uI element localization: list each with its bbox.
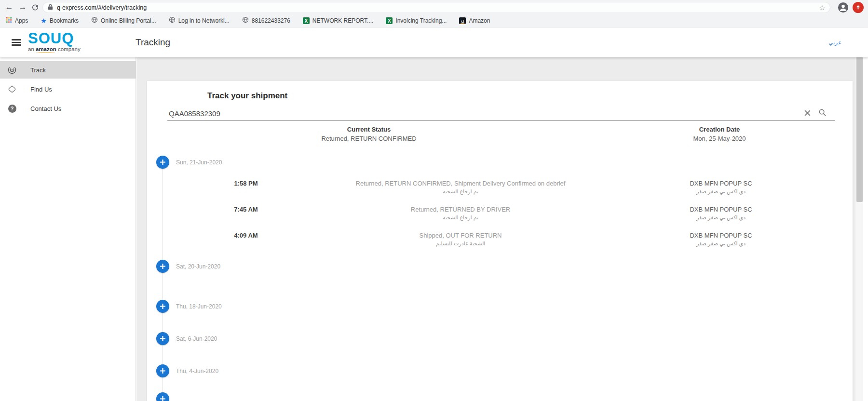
forward-icon[interactable]: → [17,2,28,13]
bookmark-item[interactable]: XInvoicing Tracking... [386,17,447,24]
sidebar-item-contact-us[interactable]: ? Contact Us [0,100,136,117]
event-status: Returned, RETURN CONFIRMED, Shipment Del… [330,180,591,187]
browser-toolbar: ← → q-express.com/#/delivery/tracking ☆ [0,0,868,14]
event-location: DXB MFN POPUP SC [649,232,793,239]
event-status-arabic: الشحنة غادرت للتسليم [330,241,591,247]
timeline-date-label: Thu, 4-Jun-2020 [176,368,218,374]
sidebar-item-track[interactable]: Track [0,61,136,79]
sidebar: Track Find Us ? Contact Us [0,57,136,401]
timeline-date-label: Thu, 18-Jun-2020 [176,303,222,310]
timeline-event-row: 1:58 PMReturned, RETURN CONFIRMED, Shipm… [147,180,853,204]
browser-update-icon[interactable] [853,2,864,13]
url-text[interactable]: q-express.com/#/delivery/tracking [57,4,819,11]
search-icon[interactable] [817,107,827,118]
creation-date-header: Creation Date [657,126,782,133]
bookmark-item[interactable]: Online Billing Portal... [91,16,156,25]
timeline-date-label: Sun, 21-Jun-2020 [176,159,222,166]
event-status: Shipped, OUT FOR RETURN [330,232,591,239]
profile-icon[interactable] [838,2,849,13]
input-underline [167,120,835,121]
refresh-icon[interactable] [30,2,41,13]
event-time: 4:09 AM [210,232,282,239]
apps-grid-icon [6,16,12,25]
current-status-header: Current Status [306,126,432,133]
expand-date-button[interactable] [156,364,169,377]
event-location-arabic: دي اكس بي صفر صفر [649,214,793,221]
current-status-value: Returned, RETURN CONFIRMED [297,135,441,142]
logo-text: SOUQ [28,31,81,46]
bookmark-star-icon[interactable]: ☆ [819,4,825,12]
menu-icon[interactable] [12,39,21,46]
bookmark-item[interactable]: aAmazon [459,17,490,24]
page-title: Tracking [136,37,170,48]
tracking-card: Track your shipment QAA085832309 Current… [147,81,853,401]
track-icon [7,65,17,75]
event-location: DXB MFN POPUP SC [649,206,793,213]
star-icon: ★ [41,18,47,24]
back-icon[interactable]: ← [4,2,14,13]
expand-date-button[interactable] [156,332,169,345]
bookmark-item[interactable]: XNETWORK REPORT.... [303,17,373,24]
event-time: 1:58 PM [210,180,282,187]
expand-date-button[interactable] [156,300,169,313]
logo-subtitle: an amazon company [28,46,81,52]
track-shipment-heading: Track your shipment [207,91,287,101]
scrollbar-thumb[interactable] [856,38,863,202]
url-bar[interactable]: q-express.com/#/delivery/tracking ☆ [42,2,830,13]
app-header: SOUQ an amazon company Tracking عربي [0,27,868,57]
globe-icon [242,16,249,25]
event-status-arabic: تم ارجاع الشحنه [330,188,591,195]
tracking-number-input[interactable]: QAA085832309 [169,109,220,118]
timeline-date-label: Sat, 20-Jun-2020 [176,263,220,270]
event-time: 7:45 AM [210,206,282,213]
find-us-icon [7,84,17,94]
amazon-smile-icon [36,51,55,53]
expand-date-button-partial[interactable] [156,392,169,401]
lock-icon [48,3,53,12]
sidebar-item-label: Find Us [30,86,52,93]
amazon-icon: a [459,17,466,24]
bookmark-item[interactable]: Log in to Networkl... [169,16,230,25]
clear-icon[interactable] [802,107,813,118]
globe-icon [91,16,98,25]
sidebar-item-find-us[interactable]: Find Us [0,80,136,98]
apps-menu[interactable]: Apps [6,16,28,25]
sidebar-item-label: Contact Us [30,105,61,112]
souq-logo[interactable]: SOUQ an amazon company [28,31,81,52]
timeline-event-row: 4:09 AMShipped, OUT FOR RETURNالشحنة غاد… [147,232,853,256]
creation-date-value: Mon, 25-May-2020 [647,135,792,142]
excel-icon: X [303,17,310,24]
timeline-event-row: 7:45 AMReturned, RETURNED BY DRIVERتم ار… [147,206,853,230]
event-location: DXB MFN POPUP SC [649,180,793,187]
event-location-arabic: دي اكس بي صفر صفر [649,241,793,247]
sidebar-item-label: Track [30,67,46,74]
globe-icon [169,16,176,25]
language-switch-link[interactable]: عربي [828,39,841,46]
bookmarks-bar: Apps ★ Bookmarks Online Billing Portal..… [0,14,868,27]
event-status: Returned, RETURNED BY DRIVER [330,206,591,213]
expand-date-button[interactable] [156,156,169,169]
bookmarks-folder[interactable]: ★ Bookmarks [41,17,79,24]
contact-us-icon: ? [7,104,17,113]
event-status-arabic: تم ارجاع الشحنه [330,214,591,221]
timeline-date-label: Sat, 6-Jun-2020 [176,335,217,342]
excel-icon: X [386,17,393,24]
page-scrollbar[interactable]: ▲ [855,27,863,401]
event-location-arabic: دي اكس بي صفر صفر [649,188,793,195]
bookmark-item[interactable]: 881622433276 [242,16,290,25]
expand-date-button[interactable] [156,260,169,273]
